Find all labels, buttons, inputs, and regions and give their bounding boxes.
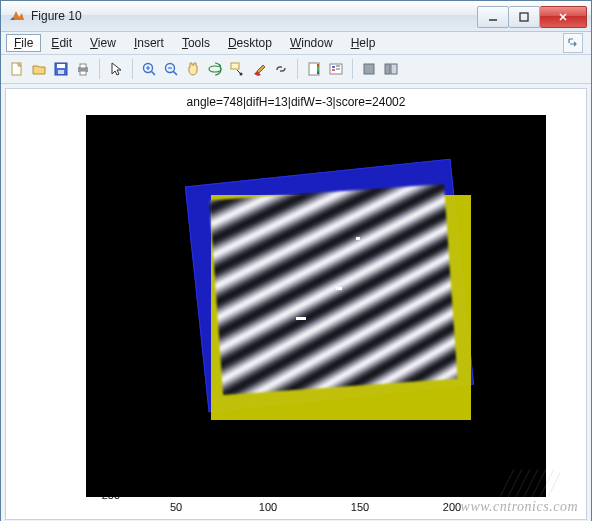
datacursor-icon[interactable] [227,59,247,79]
hide-plot-tools-icon[interactable] [359,59,379,79]
svg-rect-16 [364,64,374,74]
svg-rect-11 [231,63,239,69]
axes[interactable] [86,115,546,497]
xtick: 150 [351,501,369,513]
window-title: Figure 10 [31,9,82,23]
xtick: 200 [443,501,461,513]
canvas-area: angle=748|difH=13|difW=-3|score=24002 50… [1,84,591,521]
menu-view[interactable]: View [82,34,124,52]
svg-point-10 [209,66,221,72]
new-figure-icon[interactable] [7,59,27,79]
dock-button[interactable] [563,33,583,53]
svg-rect-6 [80,64,86,68]
link-icon[interactable] [271,59,291,79]
menu-window[interactable]: Window [282,34,341,52]
figure-canvas[interactable]: angle=748|difH=13|difW=-3|score=24002 50… [5,88,587,520]
maximize-button[interactable] [509,6,540,28]
svg-rect-0 [520,13,528,21]
pan-icon[interactable] [183,59,203,79]
svg-point-12 [240,73,243,76]
titlebar: Figure 10 [1,1,591,32]
xtick: 100 [259,501,277,513]
show-plot-tools-icon[interactable] [381,59,401,79]
zoom-out-icon[interactable] [161,59,181,79]
menubar: File Edit View Insert Tools Desktop Wind… [1,32,591,55]
axes-title: angle=748|difH=13|difW=-3|score=24002 [6,95,586,109]
matlab-icon [9,8,25,24]
menu-help[interactable]: Help [343,34,384,52]
svg-rect-17 [385,64,390,74]
toolbar [1,55,591,84]
menu-edit[interactable]: Edit [43,34,80,52]
menu-tools[interactable]: Tools [174,34,218,52]
xtick: 50 [170,501,182,513]
colorbar-icon[interactable] [304,59,324,79]
print-icon[interactable] [73,59,93,79]
svg-rect-4 [58,70,64,74]
svg-rect-7 [80,71,86,75]
fringe-overlap [209,184,457,395]
svg-rect-3 [57,64,65,68]
svg-rect-14 [317,64,319,74]
legend-icon[interactable] [326,59,346,79]
menu-file[interactable]: File [6,34,41,52]
svg-rect-18 [391,64,397,74]
pointer-icon[interactable] [106,59,126,79]
window-controls [477,6,587,26]
registration-overlay-image [186,167,476,427]
close-button[interactable] [540,6,587,28]
menu-desktop[interactable]: Desktop [220,34,280,52]
minimize-button[interactable] [477,6,509,28]
rotate3d-icon[interactable] [205,59,225,79]
figure-window: Figure 10 File Edit View Insert Tools De… [0,0,592,521]
menu-insert[interactable]: Insert [126,34,172,52]
open-icon[interactable] [29,59,49,79]
brush-icon[interactable] [249,59,269,79]
save-icon[interactable] [51,59,71,79]
watermark-text: www.cntronics.com [461,499,578,515]
zoom-in-icon[interactable] [139,59,159,79]
